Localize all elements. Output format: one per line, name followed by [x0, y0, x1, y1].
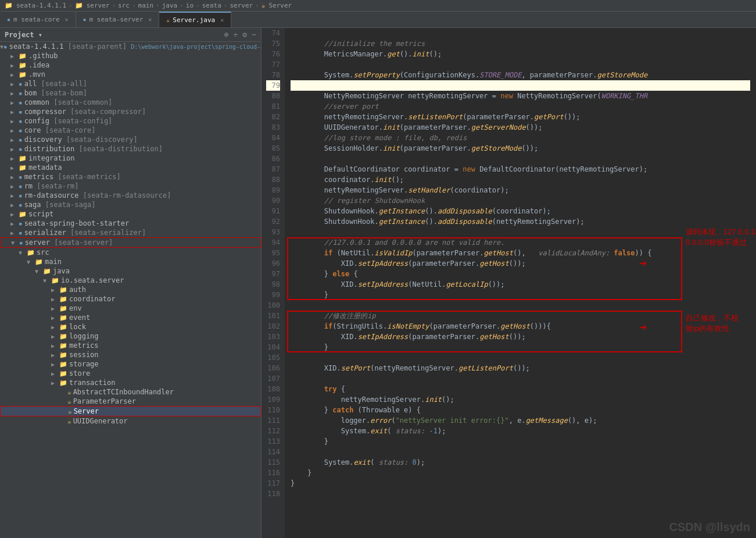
ln-78: 78: [266, 70, 280, 80]
ln-104: 104: [266, 342, 280, 352]
tree-idea[interactable]: ▶ 📁 .idea: [0, 60, 261, 70]
code-line-84: //log store mode : file, db, redis: [291, 133, 750, 143]
tree-spring-boot-starter[interactable]: ▶ ▪ seata-spring-boot-starter: [0, 219, 261, 228]
tree-metrics2[interactable]: ▶ 📁 metrics: [0, 341, 261, 350]
tree-root[interactable]: ▼ ▪ seata-1.4.1.1 [seata-parent] D:\webw…: [0, 42, 261, 51]
tree-config[interactable]: ▶ ▪ config [seata-config]: [0, 116, 261, 126]
ln-101: 101: [266, 311, 280, 321]
root-label: seata-1.4.1.1 [seata-parent] D:\webwork\…: [9, 42, 261, 51]
code-line-91: ShutdownHook.getInstance().addDisposable…: [291, 206, 750, 216]
tree-main[interactable]: ▼ 📁 main: [0, 257, 261, 266]
tree-java-folder[interactable]: ▼ 📁 java: [0, 266, 261, 276]
tree-io-seata-server[interactable]: ▼ 📁 io.seata.server: [0, 276, 261, 285]
code-editor[interactable]: 74 75 76 77 78 79 80 81 82 83 84 85 86 8…: [261, 28, 756, 538]
tree-saga[interactable]: ▶ ▪ saga [seata-saga]: [0, 200, 261, 209]
close-server-icon[interactable]: ✕: [148, 16, 152, 23]
tree-transaction[interactable]: ▶ 📁 transaction: [0, 378, 261, 387]
tree-src[interactable]: ▼ 📁 src: [0, 248, 261, 257]
tree-metadata[interactable]: ▶ 📁 metadata: [0, 163, 261, 172]
tree-storage[interactable]: ▶ 📁 storage: [0, 359, 261, 369]
code-line-95: if (NetUtil.isValidIp(parameterParser.ge…: [291, 248, 750, 258]
tree-rm[interactable]: ▶ ▪ rm [seata-rm]: [0, 181, 261, 191]
tab-server-java[interactable]: ☕ Server.java ✕: [159, 12, 231, 27]
code-line-82: nettyRemotingServer.setListenPort(parame…: [291, 112, 750, 122]
tree-store[interactable]: ▶ 📁 store: [0, 369, 261, 378]
sidebar-icons: ⊕ ÷ ⚙ −: [224, 30, 256, 39]
code-line-102: if(StringUtils.isNotEmpty(parameterParse…: [291, 321, 750, 332]
breadcrumb-server-class[interactable]: Server: [268, 2, 292, 9]
breadcrumb-java[interactable]: java: [162, 2, 178, 9]
root-module-icon: ▪: [3, 43, 8, 51]
tree-serializer[interactable]: ▶ ▪ serializer [seata-serializer]: [0, 228, 261, 237]
tree-mvn[interactable]: ▶ 📁 .mvn: [0, 70, 261, 79]
breadcrumb-main[interactable]: main: [138, 2, 154, 9]
tree-coordinator[interactable]: ▶ 📁 coordinator: [0, 294, 261, 304]
tree-env[interactable]: ▶ 📁 env: [0, 304, 261, 313]
code-line-116: }: [291, 468, 750, 478]
tree-github[interactable]: ▶ 📁 .github: [0, 51, 261, 60]
tree-auth[interactable]: ▶ 📁 auth: [0, 285, 261, 294]
tab-server-label: m seata-server: [89, 16, 144, 23]
tree-uuid-generator[interactable]: ☕ UUIDGenerator: [0, 416, 261, 426]
tree-core[interactable]: ▶ ▪ core [seata-core]: [0, 126, 261, 135]
breadcrumb-server[interactable]: server: [87, 2, 110, 9]
ln-87: 87: [266, 164, 280, 174]
tree-distribution[interactable]: ▶ ▪ distribution [seata-distribution]: [0, 144, 261, 154]
ln-99: 99: [266, 290, 280, 300]
tab-seata-core[interactable]: ▪ m seata-core ✕: [0, 12, 76, 27]
code-line-81: //server port: [291, 101, 750, 112]
tree-integration[interactable]: ▶ 📁 integration: [0, 154, 261, 163]
line-numbers: 74 75 76 77 78 79 80 81 82 83 84 85 86 8…: [261, 28, 285, 538]
tree-discovery[interactable]: ▶ ▪ discovery [seata-discovery]: [0, 135, 261, 144]
close-java-icon[interactable]: ✕: [220, 17, 224, 23]
tree-abstract-tc[interactable]: ☕ AbstractTCInboundHandler: [0, 387, 261, 397]
breadcrumb-server2[interactable]: server: [230, 2, 253, 9]
code-line-108: try {: [291, 384, 750, 394]
divider-icon: ÷: [234, 30, 238, 39]
ln-90: 90: [266, 195, 280, 206]
ln-74: 74: [266, 28, 280, 38]
ln-83: 83: [266, 122, 280, 133]
close-core-icon[interactable]: ✕: [65, 16, 69, 23]
tree-event[interactable]: ▶ 📁 event: [0, 313, 261, 322]
ln-117: 117: [266, 478, 280, 489]
tree-server-class[interactable]: ☕ Server: [0, 406, 261, 416]
tree-logging[interactable]: ▶ 📁 logging: [0, 332, 261, 341]
module-icon-server: ▪: [83, 16, 87, 23]
annotation-label-1: 源码体现，127.0.0.1和0.0.0.0校验不通过: [686, 227, 756, 248]
tree-all[interactable]: ▶ ▪ all [seata-all]: [0, 79, 261, 88]
code-line-100: [291, 300, 750, 311]
ln-116: 116: [266, 468, 280, 478]
tree-common[interactable]: ▶ ▪ common [seata-common]: [0, 98, 261, 107]
tree-parameter-parser[interactable]: ☕ ParameterParser: [0, 397, 261, 406]
tree-rm-datasource[interactable]: ▶ ▪ rm-datasource [seata-rm-datasource]: [0, 191, 261, 200]
tree-server-module[interactable]: ▼ ▪ server [seata-server]: [0, 237, 261, 248]
tree-compressor[interactable]: ▶ ▪ compressor [seata-compressor]: [0, 107, 261, 116]
ln-115: 115: [266, 457, 280, 468]
breadcrumb-src[interactable]: src: [118, 2, 130, 9]
breadcrumb-seata2[interactable]: seata: [202, 2, 221, 9]
tree-lock[interactable]: ▶ 📁 lock: [0, 322, 261, 332]
code-line-111: logger.error("nettyServer init error:{}"…: [291, 415, 750, 426]
code-line-106: XID.setPort(nettyRemotingServer.getListe…: [291, 363, 750, 373]
tree-script[interactable]: ▶ 📁 script: [0, 209, 261, 219]
tree-metrics[interactable]: ▶ ▪ metrics [seata-metrics]: [0, 172, 261, 181]
tree-session[interactable]: ▶ 📁 session: [0, 350, 261, 359]
ln-82: 82: [266, 112, 280, 122]
code-line-97: } else {: [291, 269, 750, 279]
ln-113: 113: [266, 436, 280, 447]
tab-seata-server[interactable]: ▪ m seata-server ✕: [76, 12, 160, 27]
code-line-83: UUIDGenerator.init(parameterParser.getSe…: [291, 122, 750, 133]
breadcrumb-seata[interactable]: seata-1.4.1.1: [16, 2, 66, 9]
close-panel-icon[interactable]: −: [252, 30, 256, 39]
settings-icon[interactable]: ⚙: [242, 30, 247, 39]
breadcrumb-io[interactable]: io: [186, 2, 194, 9]
ln-75: 75: [266, 38, 280, 49]
tree-bom[interactable]: ▶ ▪ bom [seata-bom]: [0, 88, 261, 98]
add-icon[interactable]: ⊕: [224, 30, 229, 39]
ln-92: 92: [266, 216, 280, 227]
code-line-103: XID.setIpAddress(parameterParser.getHost…: [291, 332, 750, 342]
code-line-99: }: [291, 290, 750, 300]
ln-93: 93: [266, 227, 280, 237]
breadcrumb-sep1: ›: [69, 2, 73, 9]
